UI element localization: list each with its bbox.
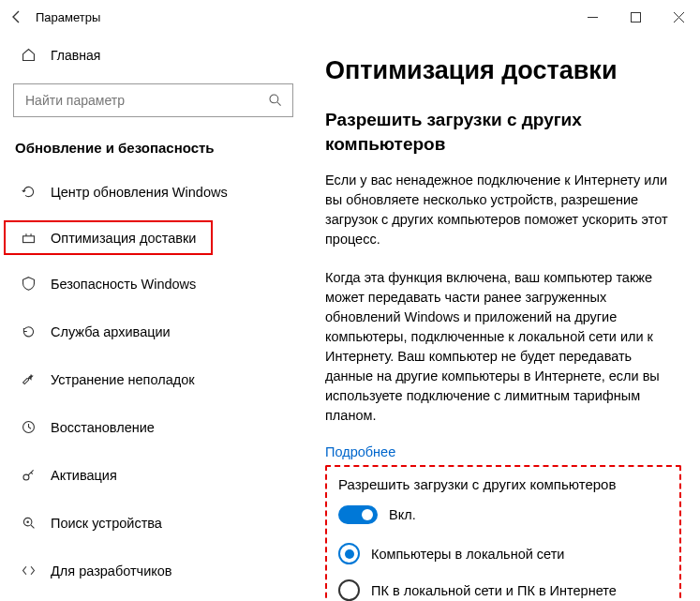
- sidebar-item-backup[interactable]: Служба архивации: [0, 312, 306, 351]
- sidebar-item-label: Восстановление: [51, 420, 155, 435]
- sidebar-item-label: Безопасность Windows: [51, 277, 196, 292]
- svg-point-9: [26, 520, 29, 523]
- sidebar-item-windows-security[interactable]: Безопасность Windows: [0, 264, 306, 303]
- sidebar-item-delivery-optimization[interactable]: Оптимизация доставки: [4, 220, 213, 255]
- allow-downloads-toggle[interactable]: [338, 505, 378, 524]
- radio-option-local[interactable]: Компьютеры в локальной сети: [338, 543, 668, 564]
- sidebar-item-label: Активация: [51, 468, 117, 483]
- back-button[interactable]: [9, 9, 36, 24]
- category-heading: Обновление и безопасность: [0, 134, 306, 173]
- sidebar-item-developers[interactable]: Для разработчиков: [0, 551, 306, 590]
- title-bar: Параметры: [0, 0, 700, 34]
- svg-rect-1: [631, 12, 640, 22]
- shield-icon: [21, 276, 41, 292]
- learn-more-link[interactable]: Подробнее: [325, 444, 681, 459]
- wrench-icon: [21, 371, 41, 387]
- maximize-button[interactable]: [614, 2, 657, 32]
- content-pane: Оптимизация доставки Разрешить загрузки …: [306, 34, 700, 601]
- sidebar: Главная Обновление и безопасность Центр …: [0, 34, 306, 601]
- sidebar-item-label: Устранение неполадок: [51, 372, 195, 387]
- home-link[interactable]: Главная: [0, 34, 306, 76]
- search-input[interactable]: [23, 92, 268, 109]
- svg-line-8: [31, 525, 34, 528]
- option-group: Разрешить загрузки с других компьютеров …: [325, 465, 681, 601]
- svg-point-2: [270, 95, 278, 103]
- recovery-icon: [21, 419, 41, 435]
- radio-icon: [338, 579, 360, 601]
- home-label: Главная: [51, 48, 100, 63]
- minimize-button[interactable]: [571, 2, 614, 32]
- svg-line-3: [277, 102, 281, 106]
- option-group-title: Разрешить загрузки с других компьютеров: [338, 476, 668, 492]
- radio-label: Компьютеры в локальной сети: [371, 547, 564, 562]
- key-icon: [21, 467, 41, 483]
- window-title: Параметры: [36, 10, 100, 24]
- home-icon: [21, 47, 41, 63]
- delivery-icon: [21, 230, 41, 246]
- page-title: Оптимизация доставки: [325, 56, 681, 85]
- sidebar-item-troubleshoot[interactable]: Устранение неполадок: [0, 360, 306, 398]
- sidebar-item-label: Поиск устройства: [51, 516, 162, 531]
- radio-icon: [338, 543, 360, 564]
- svg-rect-4: [23, 236, 35, 243]
- description-1: Если у вас ненадежное подключение к Инте…: [325, 171, 681, 249]
- sidebar-item-windows-update[interactable]: Центр обновления Windows: [0, 173, 306, 211]
- sidebar-item-recovery[interactable]: Восстановление: [0, 408, 306, 446]
- toggle-row: Вкл.: [338, 505, 668, 524]
- sidebar-item-label: Служба архивации: [51, 324, 171, 339]
- backup-icon: [21, 323, 41, 339]
- window-controls: [571, 2, 700, 32]
- section-title: Разрешить загрузки с других компьютеров: [325, 108, 681, 156]
- svg-point-6: [23, 474, 29, 480]
- location-icon: [21, 515, 41, 531]
- sidebar-item-find-device[interactable]: Поиск устройства: [0, 503, 306, 542]
- sidebar-item-label: Для разработчиков: [51, 563, 172, 578]
- sidebar-item-label: Оптимизация доставки: [51, 231, 196, 246]
- search-box[interactable]: [13, 83, 293, 117]
- code-icon: [21, 563, 41, 578]
- toggle-label: Вкл.: [389, 507, 416, 522]
- toggle-knob: [362, 509, 373, 520]
- radio-option-internet[interactable]: ПК в локальной сети и ПК в Интернете: [338, 579, 668, 601]
- description-2: Когда эта функция включена, ваш компьюте…: [325, 268, 681, 426]
- search-icon: [268, 93, 283, 108]
- sidebar-item-activation[interactable]: Активация: [0, 456, 306, 494]
- close-button[interactable]: [657, 2, 700, 32]
- radio-label: ПК в локальной сети и ПК в Интернете: [371, 583, 617, 598]
- sidebar-item-label: Центр обновления Windows: [51, 185, 228, 200]
- sync-icon: [21, 184, 41, 200]
